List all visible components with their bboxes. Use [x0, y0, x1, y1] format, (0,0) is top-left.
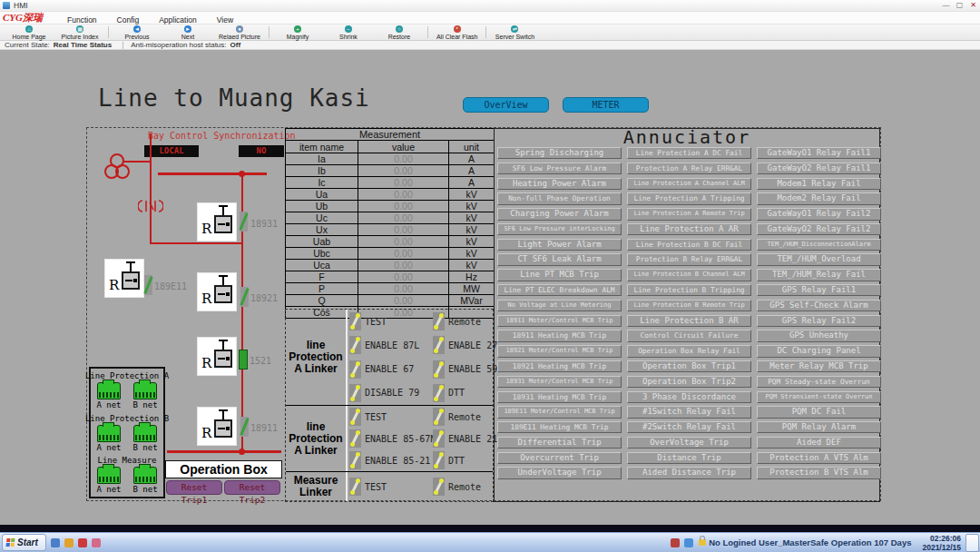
- tray-app-icon[interactable]: [92, 538, 101, 547]
- annunciator-tile[interactable]: Line Protection A Tripping: [627, 192, 751, 204]
- minimize-icon[interactable]: —: [939, 0, 953, 11]
- breaker-icon[interactable]: R: [198, 203, 236, 241]
- annunciator-tile[interactable]: Line PT MCB Trip: [497, 269, 622, 281]
- annunciator-tile[interactable]: 18931 Heating MCB Trip: [497, 391, 622, 403]
- annunciator-tile[interactable]: Heating Power Alarm: [497, 178, 622, 190]
- annunciator-tile[interactable]: Distance Trip: [627, 452, 751, 464]
- start-button[interactable]: Start: [2, 534, 46, 551]
- annunciator-tile[interactable]: GateWayO2 Relay Fail2: [757, 223, 881, 235]
- annunciator-tile[interactable]: #1Switch Relay Fail: [627, 406, 751, 418]
- annunciator-tile[interactable]: Aided DEF: [757, 437, 881, 448]
- meter-button[interactable]: METER: [563, 97, 649, 113]
- breaker-icon[interactable]: R: [105, 260, 143, 297]
- reset-trip1-button[interactable]: Reset Trip1: [166, 480, 222, 495]
- switch-icon[interactable]: [433, 360, 445, 379]
- annunciator-tile[interactable]: Spring Discharging: [497, 147, 622, 159]
- annunciator-tile[interactable]: Line Protection B AR: [627, 315, 751, 327]
- annunciator-tile[interactable]: UnderVoltage Trip: [497, 467, 622, 478]
- maximize-icon[interactable]: ▢: [953, 0, 966, 11]
- annunciator-tile[interactable]: Non-full Phase Operation: [497, 192, 622, 204]
- annunciator-tile[interactable]: Modem2 Relay Fail: [757, 192, 881, 204]
- annunciator-tile[interactable]: Light Power Alarm: [497, 239, 622, 251]
- menu-application[interactable]: Application: [149, 15, 207, 25]
- annunciator-tile[interactable]: 18911 Moter/Control MCB Trip: [497, 315, 622, 327]
- annunciator-tile[interactable]: 18931 Moter/Control MCB Trip: [497, 376, 622, 388]
- toolbar-button-next[interactable]: ►Next: [162, 25, 213, 41]
- annunciator-tile[interactable]: GateWayO1 Relay Fail2: [757, 208, 881, 220]
- annunciator-tile[interactable]: GPS Self-Check Alarm: [757, 300, 881, 311]
- switch-icon[interactable]: [349, 478, 361, 496]
- tray-status-icon[interactable]: [671, 538, 680, 547]
- annunciator-tile[interactable]: PQM Relay Alarm: [757, 421, 881, 433]
- switch-icon[interactable]: [433, 451, 445, 469]
- switch-icon[interactable]: [349, 451, 361, 469]
- annunciator-tile[interactable]: Differential Trip: [497, 437, 622, 448]
- switch-icon[interactable]: [349, 384, 361, 402]
- toolbar-button-all-clear-flash[interactable]: *All Clear Flash: [431, 25, 484, 41]
- breaker-closed-icon[interactable]: [239, 350, 248, 370]
- toolbar-button-magnify[interactable]: +Magnify: [272, 25, 323, 41]
- annunciator-tile[interactable]: 3 Phase Discordance: [627, 391, 751, 403]
- annunciator-tile[interactable]: Protection B VTS Alm: [757, 467, 881, 478]
- annunciator-tile[interactable]: Operation Box Relay Fail: [627, 345, 751, 357]
- breaker-icon[interactable]: R: [198, 408, 236, 445]
- annunciator-tile[interactable]: 18911 Heating MCB Trip: [497, 330, 622, 341]
- annunciator-tile[interactable]: Line Protection B Tripping: [627, 284, 751, 296]
- annunciator-tile[interactable]: Protection B Relay ERR&AL: [627, 253, 751, 265]
- annunciator-tile[interactable]: PQM Stransient-state Overrun: [757, 391, 881, 403]
- switch-icon[interactable]: [433, 429, 445, 448]
- annunciator-tile[interactable]: Modem1 Relay Fail: [757, 178, 881, 190]
- menu-function[interactable]: Function: [57, 15, 107, 25]
- disconnector-open-icon[interactable]: [240, 417, 249, 437]
- annunciator-tile[interactable]: GateWayO2 Relay Fail1: [757, 163, 881, 174]
- annunciator-tile[interactable]: Line Protection B DC Fail: [627, 239, 751, 251]
- annunciator-tile[interactable]: GateWayO1 Relay Fail1: [757, 147, 881, 159]
- annunciator-tile[interactable]: GPS Unheathy: [757, 330, 881, 341]
- toolbar-button-previous[interactable]: ◄Previous: [112, 25, 162, 41]
- switch-icon[interactable]: [349, 312, 361, 330]
- annunciator-tile[interactable]: Line Protection A Channel ALM: [627, 178, 751, 190]
- annunciator-tile[interactable]: #2Switch Relay Fail: [627, 421, 751, 433]
- annunciator-tile[interactable]: Line Protection B Remote Trip: [627, 300, 751, 311]
- switch-icon[interactable]: [349, 408, 361, 426]
- annunciator-tile[interactable]: Protection A Relay ERR&AL: [627, 163, 751, 174]
- annunciator-tile[interactable]: No Voltage at Line Metering: [497, 300, 622, 311]
- disconnector-open-icon[interactable]: [240, 212, 248, 232]
- annunciator-tile[interactable]: PQM DC Fail: [757, 406, 881, 418]
- toolbar-button-restore[interactable]: ○Restore: [374, 25, 425, 41]
- toolbar-button-home-page[interactable]: ⌂Home Page: [4, 25, 54, 41]
- annunciator-tile[interactable]: GPS Relay Fail2: [757, 315, 881, 327]
- tray-network-icon[interactable]: [684, 538, 693, 547]
- annunciator-tile[interactable]: OverVoltage Trip: [627, 437, 751, 448]
- annunciator-tile[interactable]: TEM_/HUM_Relay Fail: [757, 269, 881, 281]
- annunciator-tile[interactable]: 189E11 Heating MCB Trip: [497, 421, 622, 433]
- toolbar-button-relaed-picture[interactable]: ●Relaed Picture: [213, 25, 266, 41]
- annunciator-tile[interactable]: DC Charging Panel: [757, 345, 881, 357]
- annunciator-tile[interactable]: Aided Distance Trip: [627, 467, 751, 478]
- menu-config[interactable]: Config: [107, 15, 150, 25]
- toolbar-button-server-switch[interactable]: ⇄Server Switch: [489, 25, 540, 41]
- disconnector-open-icon[interactable]: [240, 287, 249, 307]
- annunciator-tile[interactable]: TEM_/HUM_DisconnectionAlarm: [757, 239, 881, 251]
- menu-view[interactable]: View: [207, 15, 243, 25]
- annunciator-tile[interactable]: Line PT ELEC Breakdown ALM: [497, 284, 622, 296]
- annunciator-tile[interactable]: Overcurrent Trip: [497, 452, 622, 464]
- toolbar-button-picture-index[interactable]: ▦Picture Index: [54, 25, 105, 41]
- switch-icon[interactable]: [433, 384, 445, 402]
- annunciator-tile[interactable]: Operation Box Trip1: [627, 360, 751, 372]
- tray-alarm-icon[interactable]: [64, 538, 74, 547]
- tray-shield-icon[interactable]: [78, 538, 87, 547]
- annunciator-tile[interactable]: Meter Relay MCB Trip: [757, 360, 881, 372]
- annunciator-tile[interactable]: 18921 Heating MCB Trip: [497, 360, 622, 372]
- switch-icon[interactable]: [349, 429, 361, 448]
- breaker-icon[interactable]: R: [198, 273, 236, 310]
- switch-icon[interactable]: [433, 478, 445, 496]
- disconnector-open-icon[interactable]: [144, 275, 152, 295]
- toolbar-button-shrink[interactable]: −Shrink: [323, 25, 374, 41]
- annunciator-tile[interactable]: CT SF6 Leak Alarm: [497, 253, 622, 265]
- switch-icon[interactable]: [349, 360, 361, 379]
- annunciator-tile[interactable]: TEM_/HUM_Overload: [757, 253, 881, 265]
- tray-monitor-icon[interactable]: [51, 538, 60, 547]
- annunciator-tile[interactable]: PQM Steady-state Overrun: [757, 376, 881, 388]
- annunciator-tile[interactable]: Line Protection B Channel ALM: [627, 269, 751, 281]
